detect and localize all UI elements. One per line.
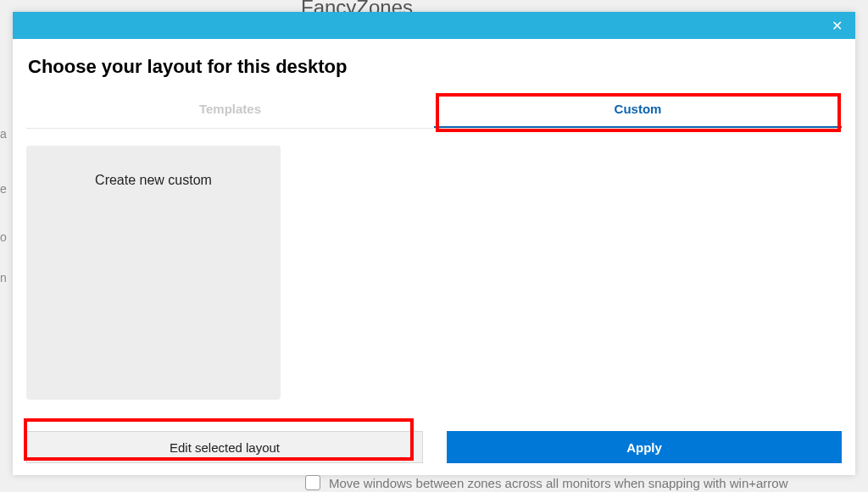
background-checkbox-row: Move windows between zones across all mo… xyxy=(305,475,788,490)
apply-button[interactable]: Apply xyxy=(447,431,842,463)
bg-side-fragment: o xyxy=(0,230,7,244)
dialog-title-bar: ✕ xyxy=(13,12,855,39)
background-checkbox[interactable] xyxy=(305,475,320,490)
dialog-button-row: Edit selected layout Apply xyxy=(26,424,842,475)
bg-side-fragment: e xyxy=(0,182,7,196)
close-icon: ✕ xyxy=(832,18,843,34)
layout-card-area: Create new custom xyxy=(26,129,842,424)
tab-bar: Templates Custom xyxy=(26,93,842,129)
create-new-custom-card[interactable]: Create new custom xyxy=(26,146,281,400)
edit-selected-layout-button[interactable]: Edit selected layout xyxy=(26,431,423,463)
dialog-heading: Choose your layout for this desktop xyxy=(28,56,842,78)
tab-templates[interactable]: Templates xyxy=(26,93,434,128)
bg-side-fragment: n xyxy=(0,271,7,285)
close-button[interactable]: ✕ xyxy=(818,12,855,39)
bg-side-fragment: a xyxy=(0,127,7,141)
create-card-label: Create new custom xyxy=(95,173,212,187)
layout-editor-dialog: ✕ Choose your layout for this desktop Te… xyxy=(13,12,855,475)
tab-custom[interactable]: Custom xyxy=(434,93,842,128)
background-checkbox-label: Move windows between zones across all mo… xyxy=(329,476,788,490)
dialog-content: Choose your layout for this desktop Temp… xyxy=(13,39,855,475)
